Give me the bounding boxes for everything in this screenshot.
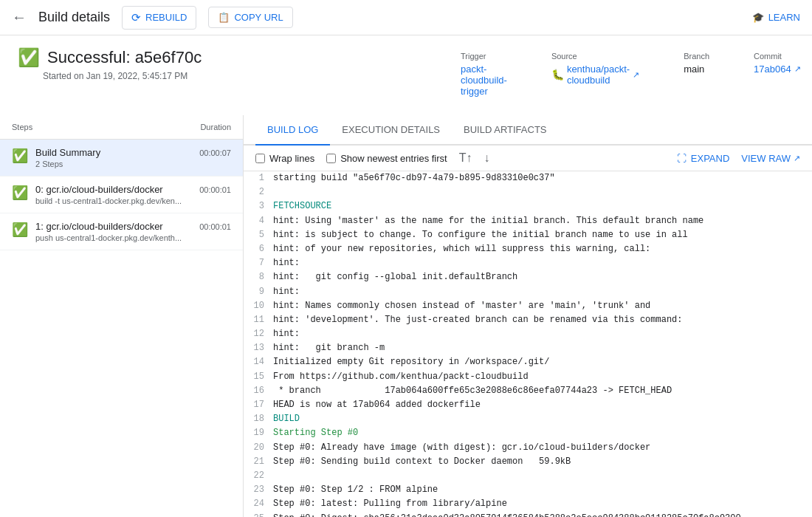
show-newest-checkbox[interactable]	[326, 154, 336, 163]
steps-list: ✅ Build Summary 2 Steps 00:00:07 ✅ 0: gc…	[0, 140, 243, 250]
wrap-lines-checkbox[interactable]	[255, 154, 265, 163]
line-number: 9	[250, 285, 273, 299]
meta-row: Trigger packt-cloudbuild-trigger Source …	[461, 52, 794, 97]
show-newest-label[interactable]: Show newest entries first	[326, 153, 447, 164]
step-success-icon: ✅	[12, 185, 28, 201]
step-item[interactable]: ✅ 0: gcr.io/cloud-builders/docker build …	[0, 177, 243, 213]
line-text: HEAD is now at 17ab064 added dockerfile	[273, 398, 481, 412]
log-line: 3 FETCHSOURCE	[244, 199, 812, 213]
copy-url-button[interactable]: 📋 COPY URL	[208, 7, 292, 28]
line-number: 8	[250, 270, 273, 284]
log-line: 17 HEAD is now at 17ab064 added dockerfi…	[244, 398, 812, 412]
line-number: 21	[250, 455, 273, 469]
wrap-lines-label[interactable]: Wrap lines	[255, 153, 314, 164]
step-cmd: build -t us-central1-docker.pkg.dev/ken.…	[35, 196, 183, 205]
line-number: 12	[250, 327, 273, 341]
step-item[interactable]: ✅ Build Summary 2 Steps 00:00:07	[0, 140, 243, 177]
trigger-value[interactable]: packt-cloudbuild-trigger	[461, 64, 507, 97]
meta-commit: Commit 17ab064 ↗	[754, 52, 801, 97]
font-increase-icon[interactable]: T↑	[459, 151, 472, 165]
step-name: 1: gcr.io/cloud-builders/docker	[35, 221, 192, 232]
external-link-icon: ↗	[633, 70, 639, 80]
line-text: hint: is subject to change. To configure…	[273, 228, 688, 242]
line-number: 15	[250, 370, 273, 384]
step-success-icon: ✅	[12, 148, 28, 164]
log-line: 11 hint: 'development'. The just-created…	[244, 313, 812, 327]
line-text: hint: Names commonly chosen instead of '…	[273, 299, 650, 313]
log-line: 14 Initialized empty Git repository in /…	[244, 355, 812, 369]
line-text: hint: 'development'. The just-created br…	[273, 313, 683, 327]
log-line: 5 hint: is subject to change. To configu…	[244, 228, 812, 242]
log-line: 25 Step #0: Digest: sha256:21a3deaa0d32a…	[244, 512, 812, 518]
log-content: 1 starting build "a5e6f70c-db97-4a79-b89…	[244, 171, 812, 517]
log-line: 16 * branch 17ab064a600ffe65c3e2088e6c86…	[244, 384, 812, 398]
line-number: 5	[250, 228, 273, 242]
line-text: Step #0: Digest: sha256:21a3deaa0d32a805…	[273, 512, 741, 518]
copy-icon: 📋	[218, 12, 230, 23]
main-layout: Steps Duration ✅ Build Summary 2 Steps 0…	[0, 115, 812, 517]
line-number: 13	[250, 341, 273, 355]
success-icon: ✅	[18, 47, 40, 68]
line-number: 25	[250, 512, 273, 518]
expand-button[interactable]: ⛶ EXPAND	[677, 153, 730, 164]
back-button[interactable]: ←	[12, 9, 27, 26]
line-text: hint: Using 'master' as the name for the…	[273, 214, 703, 228]
line-number: 24	[250, 497, 273, 511]
commit-value[interactable]: 17ab064 ↗	[754, 64, 801, 75]
line-number: 6	[250, 242, 273, 256]
line-text: hint:	[273, 285, 300, 299]
line-text: Starting Step #0	[273, 426, 358, 440]
source-value[interactable]: 🐛 kenthua/packt-cloudbuild ↗	[551, 64, 639, 86]
line-number: 23	[250, 483, 273, 497]
line-number: 19	[250, 426, 273, 440]
step-duration: 00:00:01	[199, 222, 231, 231]
line-text: hint:	[273, 256, 300, 270]
line-number: 2	[250, 185, 273, 199]
expand-icon: ⛶	[677, 153, 687, 164]
view-raw-button[interactable]: VIEW RAW ↗	[741, 153, 800, 164]
line-text: Step #0: Already have image (with digest…	[273, 441, 650, 455]
log-line: 24 Step #0: latest: Pulling from library…	[244, 497, 812, 511]
log-line: 19 Starting Step #0	[244, 426, 812, 440]
line-number: 7	[250, 256, 273, 270]
learn-button[interactable]: 🎓 LEARN	[752, 12, 800, 23]
line-text: BUILD	[273, 412, 300, 426]
step-content: 0: gcr.io/cloud-builders/docker build -t…	[35, 184, 192, 205]
tab-build-log[interactable]: BUILD LOG	[255, 115, 330, 145]
line-text: hint: of your new repositories, which wi…	[273, 242, 650, 256]
line-number: 17	[250, 398, 273, 412]
tab-build-artifacts[interactable]: BUILD ARTIFACTS	[452, 115, 558, 145]
step-sub: 2 Steps	[35, 160, 192, 168]
log-line: 15 From https://github.com/kenthua/packt…	[244, 370, 812, 384]
log-line: 4 hint: Using 'master' as the name for t…	[244, 214, 812, 228]
step-success-icon: ✅	[12, 222, 28, 238]
line-number: 11	[250, 313, 273, 327]
rebuild-button[interactable]: ⟳ REBUILD	[122, 6, 196, 30]
log-line: 18 BUILD	[244, 412, 812, 426]
line-number: 10	[250, 299, 273, 313]
tab-execution-details[interactable]: EXECUTION DETAILS	[330, 115, 452, 145]
download-icon[interactable]: ↓	[484, 151, 489, 165]
line-number: 4	[250, 214, 273, 228]
line-text: Initialized empty Git repository in /wor…	[273, 355, 549, 369]
line-number: 20	[250, 441, 273, 455]
log-line: 22	[244, 469, 812, 483]
step-name: 0: gcr.io/cloud-builders/docker	[35, 184, 192, 195]
log-area: BUILD LOG EXECUTION DETAILS BUILD ARTIFA…	[244, 115, 812, 517]
log-line: 1 starting build "a5e6f70c-db97-4a79-b89…	[244, 171, 812, 185]
step-name: Build Summary	[35, 147, 192, 158]
log-line: 6 hint: of your new repositories, which …	[244, 242, 812, 256]
line-text: Step #0: Sending build context to Docker…	[273, 455, 571, 469]
line-text: hint: git config --global init.defaultBr…	[273, 270, 523, 284]
line-number: 1	[250, 171, 273, 185]
learn-icon: 🎓	[752, 12, 764, 23]
steps-header: Steps Duration	[0, 115, 243, 140]
step-duration: 00:00:01	[199, 185, 231, 194]
page-title: Build details	[38, 10, 110, 25]
meta-source: Source 🐛 kenthua/packt-cloudbuild ↗	[551, 52, 639, 97]
meta-trigger: Trigger packt-cloudbuild-trigger	[461, 52, 507, 97]
log-tabs: BUILD LOG EXECUTION DETAILS BUILD ARTIFA…	[244, 115, 812, 145]
log-controls: Wrap lines Show newest entries first T↑ …	[244, 145, 812, 171]
step-item[interactable]: ✅ 1: gcr.io/cloud-builders/docker push u…	[0, 213, 243, 250]
log-line: 21 Step #0: Sending build context to Doc…	[244, 455, 812, 469]
